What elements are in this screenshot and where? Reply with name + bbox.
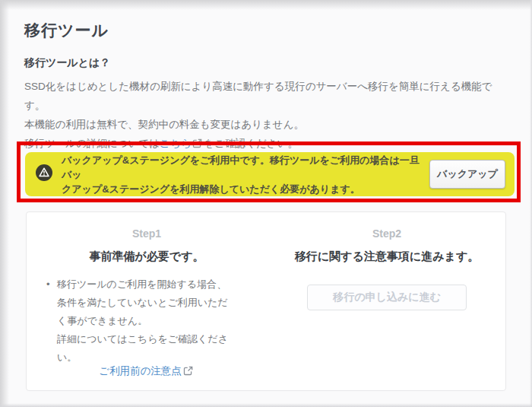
steps-card: Step1 事前準備が必要です。 • 移行ツールのご利用を開始する場合、 条件を… — [26, 211, 506, 391]
step1-bullet-line-4: 詳細についてはこちらをご確認くださ — [57, 330, 228, 348]
external-link-icon — [183, 366, 193, 378]
backup-button[interactable]: バックアップ — [429, 160, 505, 189]
precautions-link[interactable]: ご利用前の注意点 — [99, 365, 182, 377]
step2-column: Step2 移行に関する注意事項に進みます。 移行の申し込みに進む — [267, 212, 507, 390]
details-link[interactable]: こちら — [160, 138, 191, 149]
backup-warning-alert: バックアップ&ステージングをご利用中です。移行ツールをご利用の場合は一旦バッ ク… — [25, 152, 515, 196]
intro-line-2: 本機能の利用は無料で、契約中の料金も変更はありません。 — [24, 115, 511, 134]
bullet-dot-icon: • — [46, 275, 57, 367]
warning-triangle-icon — [36, 164, 52, 184]
page-title: 移行ツール — [24, 20, 109, 41]
panel-left-shadow — [0, 0, 9, 407]
alert-message-line-1: バックアップ&ステージングをご利用中です。移行ツールをご利用の場合は一旦バッ — [62, 153, 420, 182]
step1-bullet-text: 移行ツールのご利用を開始する場合、 条件を満たしていないとご利用いただ く事がで… — [57, 275, 228, 367]
intro-paragraph: SSD化をはじめとした機材の刷新により高速に動作する現行のサーバーへ移行を簡単に… — [24, 77, 511, 154]
alert-message-line-2: クアップ&ステージングを利用解除していただく必要があります。 — [62, 182, 420, 196]
precautions-link-row: ご利用前の注意点 — [27, 364, 267, 378]
step2-label: Step2 — [267, 227, 507, 240]
alert-message: バックアップ&ステージングをご利用中です。移行ツールをご利用の場合は一旦バッ ク… — [62, 153, 420, 196]
intro-line-3-prefix: 移行ツールの詳細については — [24, 138, 160, 149]
intro-heading: 移行ツールとは？ — [24, 56, 110, 70]
step1-title: 事前準備が必要です。 — [27, 250, 267, 264]
step1-bullet-line-2: 条件を満たしていないとご利用いただ — [57, 294, 228, 312]
proceed-to-application-button[interactable]: 移行の申し込みに進む — [307, 285, 467, 310]
step2-title: 移行に関する注意事項に進みます。 — [267, 250, 507, 264]
step1-bullet-line-3: く事ができません。 — [57, 312, 228, 330]
panel-top-shadow — [0, 0, 532, 10]
panel-bottom-shadow — [0, 403, 532, 407]
step1-bullet-line-1: 移行ツールのご利用を開始する場合、 — [57, 275, 228, 294]
intro-line-3: 移行ツールの詳細についてはこちら をご確認ください。 — [24, 134, 511, 154]
intro-line-1: SSD化をはじめとした機材の刷新により高速に動作する現行のサーバーへ移行を簡単に… — [24, 77, 511, 115]
intro-line-3-suffix: をご確認ください。 — [204, 138, 297, 149]
step1-label: Step1 — [27, 227, 267, 240]
step1-bullet-item: • 移行ツールのご利用を開始する場合、 条件を満たしていないとご利用いただ く事… — [46, 275, 253, 367]
migration-tool-panel: 移行ツール 移行ツールとは？ SSD化をはじめとした機材の刷新により高速に動作す… — [0, 0, 532, 407]
step1-column: Step1 事前準備が必要です。 • 移行ツールのご利用を開始する場合、 条件を… — [27, 212, 267, 390]
